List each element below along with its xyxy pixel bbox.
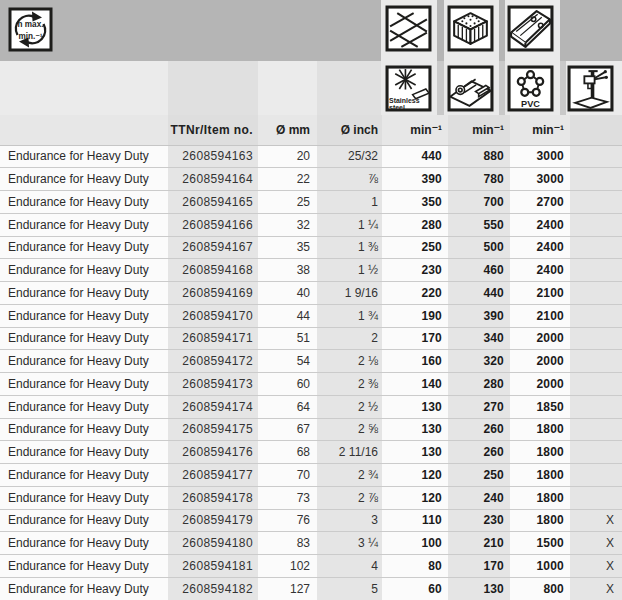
rpm-pvc-cell: 2400 bbox=[510, 213, 570, 236]
product-name-cell: Endurance for Heavy Duty bbox=[0, 464, 168, 487]
rpm-stainless-cell: 130 bbox=[382, 395, 448, 418]
product-name-cell: Endurance for Heavy Duty bbox=[0, 532, 168, 555]
product-name-cell: Endurance for Heavy Duty bbox=[0, 327, 168, 350]
item-number-cell: 2608594176 bbox=[168, 441, 258, 464]
rpm-metal-cell: 500 bbox=[448, 236, 510, 259]
product-name-cell: Endurance for Heavy Duty bbox=[0, 304, 168, 327]
item-number-cell: 2608594166 bbox=[168, 213, 258, 236]
rpm-metal-cell: 210 bbox=[448, 532, 510, 555]
table-row: Endurance for Heavy Duty 2608594166 32 1… bbox=[0, 213, 622, 236]
product-name-cell: Endurance for Heavy Duty bbox=[0, 213, 168, 236]
rpm-stainless-cell: 120 bbox=[382, 486, 448, 509]
item-number-cell: 2608594168 bbox=[168, 259, 258, 282]
rpm-pvc-cell: 1800 bbox=[510, 509, 570, 532]
table-row: Endurance for Heavy Duty 2608594168 38 1… bbox=[0, 259, 622, 282]
drill-stand-flag-cell bbox=[570, 418, 622, 441]
diameter-mm-cell: 76 bbox=[258, 509, 317, 532]
catalog-page: n max. min.⁻¹ bbox=[0, 0, 622, 600]
diameter-inch-cell: 1 bbox=[317, 191, 382, 214]
rpm-metal-cell: 230 bbox=[448, 509, 510, 532]
table-header-row: TTNr/Item no. Ø mm Ø inch min⁻¹ min⁻¹ mi… bbox=[0, 115, 622, 145]
pvc-label: PVC bbox=[521, 99, 540, 109]
rpm-pvc-cell: 2000 bbox=[510, 327, 570, 350]
rpm-pvc-cell: 1850 bbox=[510, 395, 570, 418]
rpm-metal-cell: 270 bbox=[448, 395, 510, 418]
rpm-metal-cell: 390 bbox=[448, 304, 510, 327]
spec-table-body: Endurance for Heavy Duty 2608594163 20 2… bbox=[0, 145, 622, 600]
rpm-stainless-cell: 190 bbox=[382, 304, 448, 327]
spec-table: TTNr/Item no. Ø mm Ø inch min⁻¹ min⁻¹ mi… bbox=[0, 115, 622, 600]
rpm-pvc-cell: 1800 bbox=[510, 486, 570, 509]
rpm-metal-cell: 240 bbox=[448, 486, 510, 509]
diameter-mm-cell: 68 bbox=[258, 441, 317, 464]
rpm-pvc-cell: 800 bbox=[510, 577, 570, 600]
rpm-stainless-cell: 100 bbox=[382, 532, 448, 555]
rpm-pvc-cell: 2100 bbox=[510, 304, 570, 327]
item-number-cell: 2608594174 bbox=[168, 395, 258, 418]
diameter-mm-cell: 38 bbox=[258, 259, 317, 282]
table-row: Endurance for Heavy Duty 2608594165 25 1… bbox=[0, 191, 622, 214]
speed-icon-bottom-label: min.⁻¹ bbox=[19, 32, 43, 41]
table-row: Endurance for Heavy Duty 2608594170 44 1… bbox=[0, 304, 622, 327]
table-row: Endurance for Heavy Duty 2608594177 70 2… bbox=[0, 464, 622, 487]
header-rpm-2: min⁻¹ bbox=[448, 115, 510, 145]
rpm-pvc-cell: 1800 bbox=[510, 464, 570, 487]
table-row: Endurance for Heavy Duty 2608594163 20 2… bbox=[0, 145, 622, 168]
drill-stand-flag-cell bbox=[570, 282, 622, 305]
diameter-inch-cell: 3 bbox=[317, 509, 382, 532]
header-product bbox=[0, 115, 168, 145]
rpm-metal-cell: 130 bbox=[448, 577, 510, 600]
diameter-mm-cell: 40 bbox=[258, 282, 317, 305]
header-drill-stand bbox=[570, 115, 622, 145]
rpm-stainless-cell: 250 bbox=[382, 236, 448, 259]
diameter-inch-cell: 1 ¼ bbox=[317, 213, 382, 236]
diameter-mm-cell: 20 bbox=[258, 145, 317, 168]
table-row: Endurance for Heavy Duty 2608594180 83 3… bbox=[0, 532, 622, 555]
diameter-mm-cell: 25 bbox=[258, 191, 317, 214]
wood-icon bbox=[507, 5, 554, 52]
diameter-inch-cell: 25/32 bbox=[317, 145, 382, 168]
diameter-mm-cell: 51 bbox=[258, 327, 317, 350]
diameter-mm-cell: 35 bbox=[258, 236, 317, 259]
header-diameter-mm: Ø mm bbox=[258, 115, 317, 145]
rpm-stainless-cell: 140 bbox=[382, 373, 448, 396]
diameter-inch-cell: 1 ½ bbox=[317, 259, 382, 282]
pvc-icon: PVC bbox=[507, 65, 554, 112]
rpm-metal-cell: 170 bbox=[448, 555, 510, 578]
item-number-cell: 2608594175 bbox=[168, 418, 258, 441]
rpm-pvc-cell: 1800 bbox=[510, 418, 570, 441]
inch-column-shade bbox=[317, 61, 382, 115]
diameter-inch-cell: 2 ⅞ bbox=[317, 486, 382, 509]
table-row: Endurance for Heavy Duty 2608594182 127 … bbox=[0, 577, 622, 600]
rpm-pvc-cell: 1800 bbox=[510, 441, 570, 464]
product-name-cell: Endurance for Heavy Duty bbox=[0, 350, 168, 373]
drill-stand-flag-cell bbox=[570, 236, 622, 259]
table-row: Endurance for Heavy Duty 2608594178 73 2… bbox=[0, 486, 622, 509]
table-row: Endurance for Heavy Duty 2608594164 22 ⅞… bbox=[0, 168, 622, 191]
item-number-cell: 2608594178 bbox=[168, 486, 258, 509]
header-rpm-3: min⁻¹ bbox=[510, 115, 570, 145]
perforated-brick-icon bbox=[447, 5, 494, 52]
drill-stand-flag-cell bbox=[570, 304, 622, 327]
table-row: Endurance for Heavy Duty 2608594179 76 3… bbox=[0, 509, 622, 532]
rpm-stainless-cell: 110 bbox=[382, 509, 448, 532]
diameter-mm-cell: 73 bbox=[258, 486, 317, 509]
diameter-inch-cell: 1 9/16 bbox=[317, 282, 382, 305]
diameter-inch-cell: 2 ⅝ bbox=[317, 418, 382, 441]
rpm-stainless-cell: 280 bbox=[382, 213, 448, 236]
drill-stand-flag-cell bbox=[570, 259, 622, 282]
rpm-metal-cell: 260 bbox=[448, 418, 510, 441]
rpm-stainless-cell: 170 bbox=[382, 327, 448, 350]
diameter-mm-cell: 22 bbox=[258, 168, 317, 191]
table-row: Endurance for Heavy Duty 2608594167 35 1… bbox=[0, 236, 622, 259]
diameter-mm-cell: 67 bbox=[258, 418, 317, 441]
product-name-cell: Endurance for Heavy Duty bbox=[0, 373, 168, 396]
rotation-speed-icon: n max. min.⁻¹ bbox=[8, 7, 53, 52]
rpm-pvc-cell: 2100 bbox=[510, 282, 570, 305]
item-number-cell: 2608594171 bbox=[168, 327, 258, 350]
product-name-cell: Endurance for Heavy Duty bbox=[0, 236, 168, 259]
header-rpm-1: min⁻¹ bbox=[382, 115, 448, 145]
drill-stand-flag-cell bbox=[570, 327, 622, 350]
rpm-stainless-cell: 130 bbox=[382, 418, 448, 441]
diameter-inch-cell: 2 ⅜ bbox=[317, 373, 382, 396]
